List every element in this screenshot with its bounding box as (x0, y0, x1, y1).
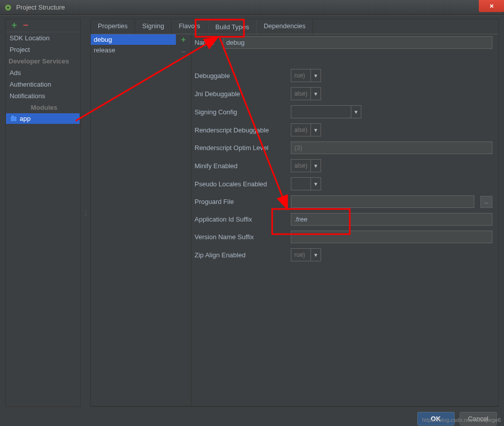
label-version: Version Name Suffix (195, 233, 288, 241)
add-icon[interactable]: + (12, 20, 17, 31)
tab-dependencies[interactable]: Dependencies (257, 19, 313, 34)
sidebar-toolbar: + − (6, 19, 80, 32)
version-suffix-input[interactable] (291, 231, 492, 243)
build-type-list[interactable]: debug release (91, 34, 176, 406)
signing-select[interactable]: ▼ (291, 105, 361, 118)
label-pseudo: Pseudo Locales Enabled (195, 180, 288, 188)
sidebar-item-ads[interactable]: Ads (6, 67, 80, 79)
form-panel: Name: Debuggable rue) ▼ Jni Debuggable a… (192, 34, 498, 406)
label-rs-optim: Renderscript Optim Level (195, 144, 288, 152)
chevron-down-icon: ▼ (310, 249, 321, 261)
app-icon (4, 4, 12, 12)
chevron-down-icon: ▼ (310, 124, 321, 136)
build-type-list-panel: debug release + − (91, 34, 192, 406)
debuggable-select[interactable]: rue) ▼ (291, 69, 321, 82)
label-debuggable: Debuggable (195, 72, 288, 80)
label-signing: Signing Config (195, 108, 288, 116)
build-type-item-debug[interactable]: debug (91, 34, 176, 45)
label-jni: Jni Debuggable (195, 90, 288, 98)
sidebar-item-notif[interactable]: Notifications (6, 90, 80, 102)
sidebar-item-sdk[interactable]: SDK Location (6, 32, 80, 44)
sidebar-item-project[interactable]: Project (6, 44, 80, 55)
jni-select[interactable]: alse) ▼ (291, 87, 321, 100)
pseudo-select[interactable]: ▼ (291, 177, 321, 190)
titlebar: Project Structure (0, 0, 504, 15)
chevron-down-icon: ▼ (351, 106, 361, 118)
content: + − SDK Location Project Developer Servi… (0, 15, 504, 407)
tab-signing[interactable]: Signing (135, 19, 171, 34)
window-title: Project Structure (16, 4, 65, 11)
list-toolbar: + − (176, 34, 191, 406)
tabs: Properties Signing Flavors Build Types D… (91, 19, 498, 34)
sidebar: + − SDK Location Project Developer Servi… (5, 19, 81, 407)
sidebar-item-module-app[interactable]: app (6, 113, 80, 124)
watermark-text: https://blog.csdn.net/wusejiege6 (422, 417, 501, 423)
sidebar-group-devservices: Developer Services (6, 55, 80, 67)
dialog-buttons: OK Cancel (0, 407, 504, 426)
add-build-type-icon[interactable]: + (181, 35, 185, 44)
module-label: app (20, 115, 31, 122)
build-type-item-release[interactable]: release (91, 45, 176, 55)
module-folder-icon (10, 116, 17, 122)
rs-debug-select[interactable]: alse) ▼ (291, 123, 321, 136)
body-row: debug release + − Name: Debuggable (91, 34, 498, 406)
tab-flavors[interactable]: Flavors (172, 19, 208, 34)
sidebar-item-auth[interactable]: Authentication (6, 79, 80, 90)
proguard-input[interactable] (291, 195, 474, 208)
appid-suffix-input[interactable] (291, 213, 492, 226)
tab-properties[interactable]: Properties (91, 19, 135, 34)
sidebar-splitter[interactable] (84, 19, 87, 407)
label-name: Name: (195, 39, 220, 46)
chevron-down-icon: ▼ (310, 88, 321, 100)
svg-point-1 (7, 7, 9, 9)
chevron-down-icon: ▼ (310, 178, 321, 190)
rs-optim-input[interactable] (291, 141, 492, 154)
right-pane: Properties Signing Flavors Build Types D… (90, 19, 499, 407)
sidebar-group-modules: Modules (6, 102, 80, 113)
proguard-browse-button[interactable]: ... (480, 196, 492, 208)
label-zip: Zip Align Enabled (195, 251, 288, 259)
label-rs-debug: Renderscript Debuggable (195, 126, 288, 134)
remove-build-type-icon[interactable]: − (181, 47, 185, 56)
label-appid: Application Id Suffix (195, 216, 288, 223)
zip-select[interactable]: rue) ▼ (291, 248, 321, 261)
name-input[interactable] (223, 36, 492, 49)
tab-build-types[interactable]: Build Types (208, 19, 257, 34)
remove-icon[interactable]: − (23, 20, 29, 31)
minify-select[interactable]: alse) ▼ (291, 159, 321, 172)
chevron-down-icon: ▼ (310, 69, 321, 82)
label-minify: Minify Enabled (195, 162, 288, 170)
label-proguard: Proguard File (195, 198, 288, 205)
chevron-down-icon: ▼ (310, 160, 321, 172)
close-button[interactable] (479, 0, 504, 12)
